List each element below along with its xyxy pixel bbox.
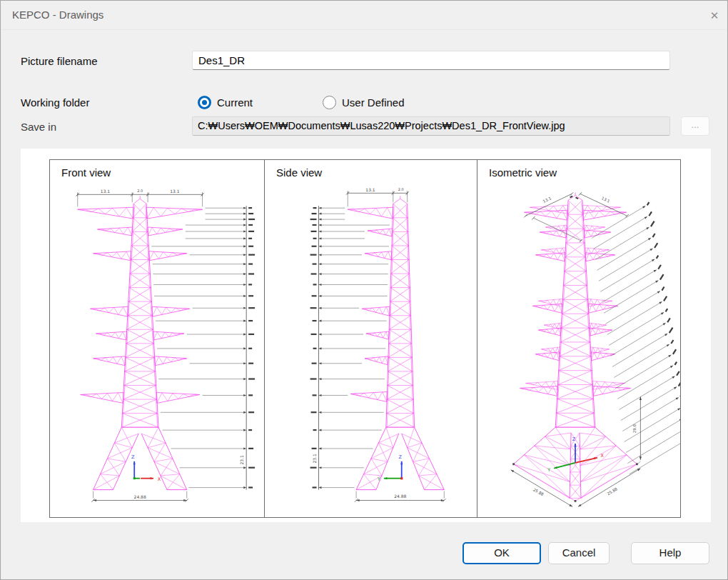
picture-filename-label: Picture filename bbox=[21, 55, 98, 67]
window-title: KEPCO - Drawings bbox=[12, 9, 103, 21]
side-view-panel: 13.12.024.8823.1ZY Side view bbox=[264, 159, 477, 518]
front-view-panel: 13.12.013.124.8823.1ZX Front view bbox=[49, 159, 265, 518]
close-icon[interactable]: ✕ bbox=[704, 6, 724, 25]
svg-text:13.1: 13.1 bbox=[601, 196, 611, 204]
save-in-path: C:₩Users₩OEM₩Documents₩Lusas220₩Projects… bbox=[192, 116, 670, 136]
svg-text:Y: Y bbox=[547, 467, 550, 473]
svg-text:Z: Z bbox=[399, 454, 403, 460]
svg-text:Z: Z bbox=[572, 436, 576, 442]
isometric-view-title: Isometric view bbox=[489, 166, 557, 179]
picture-filename-input[interactable] bbox=[192, 51, 670, 70]
svg-text:13.1: 13.1 bbox=[170, 189, 179, 194]
radio-current-label[interactable]: Current bbox=[217, 96, 253, 109]
radio-user-defined-label[interactable]: User Defined bbox=[342, 96, 405, 109]
ok-button[interactable]: OK bbox=[462, 542, 541, 564]
svg-text:24.88: 24.88 bbox=[394, 494, 406, 499]
kepco-drawings-dialog: KEPCO - Drawings ✕ Picture filename Work… bbox=[0, 0, 728, 580]
isometric-view-panel: 13.113.125.8825.8829.0ZYX Isometric view bbox=[477, 159, 681, 518]
front-view-drawing: 13.12.013.124.8823.1ZX bbox=[50, 160, 264, 517]
radio-current-dot bbox=[202, 100, 207, 105]
radio-user-defined[interactable] bbox=[323, 96, 336, 109]
help-button[interactable]: Help bbox=[631, 542, 709, 564]
side-view-drawing: 13.12.024.8823.1ZY bbox=[265, 160, 477, 517]
working-folder-label: Working folder bbox=[21, 96, 89, 109]
svg-text:29.0: 29.0 bbox=[632, 424, 637, 434]
titlebar-separator bbox=[1, 29, 727, 30]
svg-text:13.1: 13.1 bbox=[365, 187, 375, 192]
svg-text:Y: Y bbox=[377, 476, 380, 482]
save-in-label: Save in bbox=[21, 121, 56, 133]
svg-text:25.88: 25.88 bbox=[606, 486, 618, 496]
svg-text:X: X bbox=[158, 476, 161, 482]
side-view-title: Side view bbox=[276, 166, 322, 179]
svg-text:13.1: 13.1 bbox=[101, 189, 110, 194]
svg-text:2.0: 2.0 bbox=[137, 189, 143, 193]
svg-text:X: X bbox=[601, 453, 605, 459]
svg-text:13.1: 13.1 bbox=[542, 196, 552, 204]
svg-text:2.0: 2.0 bbox=[398, 187, 404, 191]
svg-text:23.1: 23.1 bbox=[312, 454, 317, 463]
front-view-title: Front view bbox=[61, 166, 111, 179]
svg-text:24.88: 24.88 bbox=[134, 494, 146, 499]
browse-button[interactable]: ... bbox=[681, 116, 709, 136]
radio-current[interactable] bbox=[198, 96, 211, 109]
cancel-button[interactable]: Cancel bbox=[548, 542, 610, 564]
svg-text:23.1: 23.1 bbox=[239, 455, 244, 464]
svg-text:Z: Z bbox=[131, 454, 135, 460]
isometric-view-drawing: 13.113.125.8825.8829.0ZYX bbox=[477, 160, 680, 517]
